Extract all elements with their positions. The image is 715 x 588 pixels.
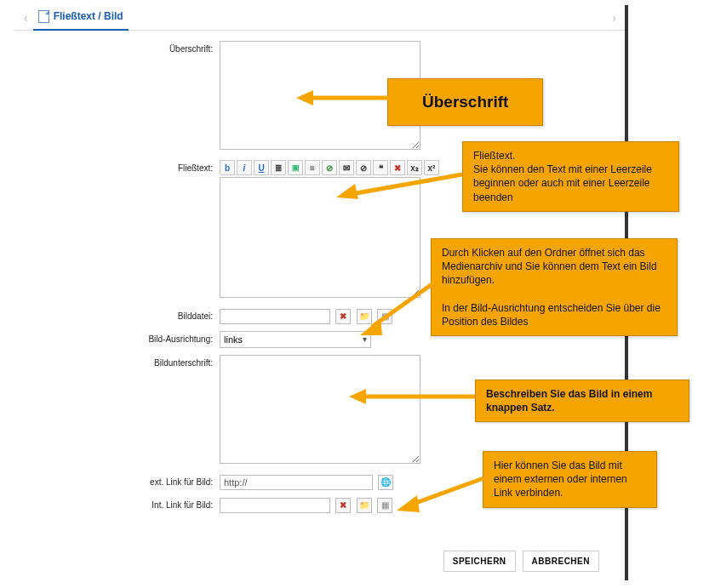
underline-button[interactable]: U	[254, 160, 269, 175]
tab-prev[interactable]: ‹	[19, 11, 33, 25]
input-intlink[interactable]	[220, 498, 330, 513]
svg-line-8	[411, 478, 483, 505]
bold-button[interactable]: b	[220, 160, 235, 175]
clear-file-button[interactable]: ✖	[335, 309, 351, 324]
label-heading: Überschrift:	[22, 41, 220, 54]
callout-link: Hier können Sie das Bild mit einem exter…	[483, 451, 657, 508]
input-file[interactable]	[220, 309, 330, 324]
save-button[interactable]: SPEICHERN	[443, 551, 516, 572]
svg-marker-7	[349, 389, 366, 404]
browse-intlink-button[interactable]: 📁	[357, 498, 372, 513]
tab-next[interactable]: ›	[607, 11, 621, 25]
svg-marker-9	[397, 495, 420, 512]
arrow-icon	[296, 85, 390, 111]
input-extlink[interactable]	[220, 475, 373, 490]
justify-button[interactable]: ≡	[305, 160, 320, 175]
svg-line-4	[372, 283, 433, 327]
arrow-icon	[335, 170, 466, 204]
tab-bar: ‹ Fließtext / Bild ›	[15, 5, 625, 31]
footer: SPEICHERN ABBRECHEN	[443, 551, 599, 572]
cancel-button[interactable]: ABBRECHEN	[523, 551, 599, 572]
arrow-icon	[349, 385, 477, 408]
svg-marker-3	[336, 184, 358, 199]
svg-line-2	[352, 174, 462, 194]
intlink-info-button[interactable]: ▦	[377, 498, 392, 513]
label-intlink: Int. Link für Bild:	[22, 497, 220, 510]
label-file: Bilddatei:	[22, 308, 220, 321]
tab-label: Fließtext / Bild	[54, 10, 123, 22]
select-align[interactable]: links ▾	[220, 331, 371, 348]
callout-body: Fließtext. Sie können den Text mit einer…	[462, 141, 679, 212]
label-body: Fließtext:	[22, 160, 220, 173]
callout-folder: Durch Klicken auf den Ordner öffnet sich…	[431, 238, 678, 336]
svg-marker-1	[296, 90, 313, 106]
label-caption: Bildunterschrift:	[22, 355, 220, 368]
document-icon	[38, 10, 49, 23]
align-button[interactable]: ≣	[271, 160, 286, 175]
arrow-icon	[394, 472, 488, 515]
label-align: Bild-Ausrichtung:	[22, 331, 220, 344]
svg-marker-5	[360, 318, 382, 335]
callout-caption: Beschreiben Sie das Bild in einem knappe…	[475, 380, 689, 422]
select-align-value: links	[224, 334, 243, 345]
input-caption[interactable]	[220, 355, 420, 464]
callout-heading: Überschrift	[387, 78, 543, 126]
arrow-icon	[357, 279, 438, 339]
tab-fliesstext-bild[interactable]: Fließtext / Bild	[33, 5, 129, 31]
label-extlink: ext. Link für Bild:	[22, 474, 220, 487]
open-extlink-button[interactable]: 🌐	[378, 475, 393, 490]
clear-intlink-button[interactable]: ✖	[335, 498, 351, 513]
image-button[interactable]: ▣	[288, 160, 303, 175]
italic-button[interactable]: i	[237, 160, 252, 175]
